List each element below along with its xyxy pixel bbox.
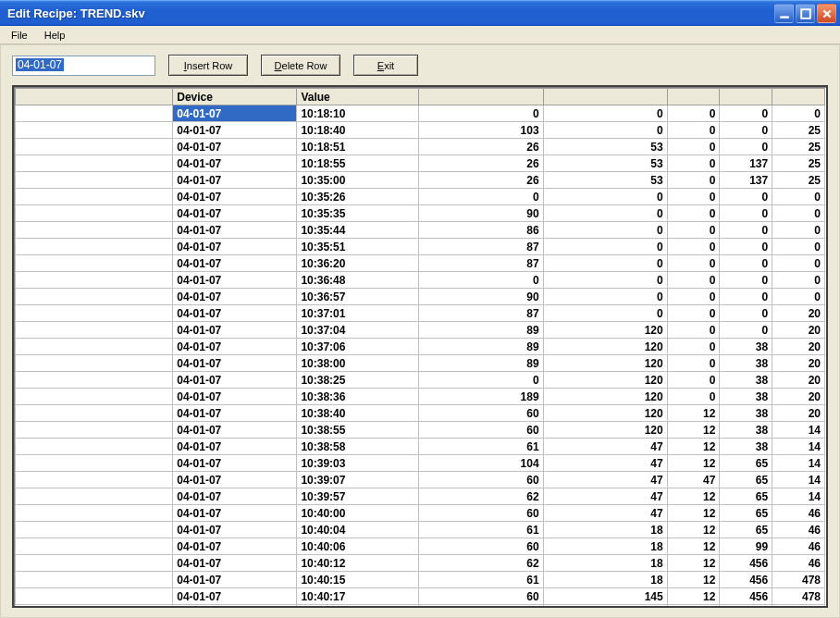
table-cell[interactable]: 0 bbox=[772, 239, 825, 255]
table-cell[interactable]: 25 bbox=[772, 122, 825, 139]
table-cell[interactable]: 04-01-07 bbox=[173, 222, 297, 239]
table-cell[interactable]: 65 bbox=[720, 455, 772, 472]
table-cell[interactable]: 456 bbox=[720, 555, 772, 572]
table-cell[interactable]: 25 bbox=[772, 172, 825, 189]
table-cell[interactable]: 12 bbox=[667, 422, 720, 439]
table-cell[interactable]: 478 bbox=[772, 588, 825, 605]
table-cell[interactable]: 60 bbox=[419, 505, 543, 522]
table-cell[interactable]: 145 bbox=[543, 605, 667, 609]
table-cell[interactable]: 04-01-07 bbox=[173, 522, 297, 538]
table-cell[interactable]: 0 bbox=[667, 322, 720, 339]
table-cell[interactable]: 10:39:57 bbox=[297, 488, 419, 505]
table-cell[interactable]: 456 bbox=[720, 588, 772, 605]
table-cell[interactable]: 10:38:58 bbox=[297, 439, 419, 455]
table-cell[interactable]: 18 bbox=[543, 522, 667, 538]
table-cell[interactable]: 90 bbox=[419, 205, 543, 222]
table-cell[interactable]: 04-01-07 bbox=[173, 105, 297, 122]
table-cell[interactable]: 0 bbox=[543, 305, 667, 322]
table-cell[interactable]: 14 bbox=[772, 422, 825, 439]
table-cell[interactable] bbox=[16, 189, 173, 205]
cell-edit-input[interactable]: 04-01-07 bbox=[12, 56, 155, 76]
table-cell[interactable]: 61 bbox=[419, 522, 543, 538]
table-cell[interactable]: 14 bbox=[772, 488, 825, 505]
table-cell[interactable] bbox=[16, 122, 173, 139]
table-cell[interactable]: 04-01-07 bbox=[173, 239, 297, 255]
table-cell[interactable]: 12 bbox=[667, 455, 720, 472]
table-cell[interactable]: 10:36:57 bbox=[297, 289, 419, 305]
col-device[interactable]: Device bbox=[173, 89, 297, 105]
table-row[interactable]: 04-01-0710:36:57900000 bbox=[16, 289, 825, 305]
table-row[interactable]: 04-01-0710:38:586147123814 bbox=[16, 439, 825, 455]
table-cell[interactable]: 0 bbox=[419, 105, 543, 122]
table-cell[interactable]: 12 bbox=[667, 439, 720, 455]
table-cell[interactable]: 0 bbox=[667, 389, 720, 405]
table-row[interactable]: 04-01-0710:39:076047476514 bbox=[16, 472, 825, 488]
table-cell[interactable]: 61 bbox=[419, 572, 543, 588]
table-cell[interactable]: 0 bbox=[543, 289, 667, 305]
table-cell[interactable]: 04-01-07 bbox=[173, 255, 297, 272]
table-row[interactable]: 04-01-0710:35:35900000 bbox=[16, 205, 825, 222]
col-7[interactable] bbox=[772, 89, 825, 105]
table-row[interactable]: 04-01-0710:40:176014512456478 bbox=[16, 588, 825, 605]
table-cell[interactable]: 26 bbox=[419, 155, 543, 172]
table-cell[interactable]: 456 bbox=[720, 605, 772, 609]
table-cell[interactable]: 20 bbox=[772, 389, 825, 405]
table-cell[interactable]: 04-01-07 bbox=[173, 172, 297, 189]
table-cell[interactable]: 12 bbox=[667, 505, 720, 522]
table-frame[interactable]: Device Value 04-01-0710:18:100000004-01-… bbox=[12, 85, 828, 608]
table-cell[interactable]: 60 bbox=[419, 588, 543, 605]
table-cell[interactable]: 14 bbox=[772, 472, 825, 488]
table-cell[interactable]: 53 bbox=[543, 155, 667, 172]
col-5[interactable] bbox=[667, 89, 720, 105]
table-cell[interactable]: 04-01-07 bbox=[173, 205, 297, 222]
table-cell[interactable]: 0 bbox=[667, 289, 720, 305]
table-cell[interactable]: 20 bbox=[772, 339, 825, 355]
table-cell[interactable]: 60 bbox=[419, 472, 543, 488]
exit-button[interactable]: Exit bbox=[353, 55, 418, 76]
table-cell[interactable]: 99 bbox=[720, 538, 772, 555]
table-cell[interactable] bbox=[16, 488, 173, 505]
table-cell[interactable]: 0 bbox=[720, 122, 772, 139]
table-cell[interactable]: 0 bbox=[720, 205, 772, 222]
table-cell[interactable]: 65 bbox=[720, 505, 772, 522]
minimize-button[interactable] bbox=[774, 4, 794, 23]
table-cell[interactable]: 120 bbox=[543, 422, 667, 439]
table-cell[interactable]: 10:18:10 bbox=[297, 105, 419, 122]
table-cell[interactable]: 87 bbox=[419, 305, 543, 322]
table-cell[interactable] bbox=[16, 389, 173, 405]
table-cell[interactable] bbox=[16, 339, 173, 355]
table-cell[interactable]: 46 bbox=[772, 555, 825, 572]
table-row[interactable]: 04-01-0710:38:4060120123820 bbox=[16, 405, 825, 422]
table-cell[interactable]: 0 bbox=[667, 122, 720, 139]
table-cell[interactable]: 62 bbox=[419, 555, 543, 572]
table-cell[interactable]: 0 bbox=[543, 255, 667, 272]
table-cell[interactable]: 53 bbox=[543, 172, 667, 189]
col-3[interactable] bbox=[419, 89, 543, 105]
table-cell[interactable]: 0 bbox=[720, 322, 772, 339]
table-cell[interactable]: 04-01-07 bbox=[173, 339, 297, 355]
table-row[interactable]: 04-01-0710:18:5126530025 bbox=[16, 139, 825, 155]
table-row[interactable]: 04-01-0710:39:576247126514 bbox=[16, 488, 825, 505]
table-cell[interactable] bbox=[16, 522, 173, 538]
table-cell[interactable] bbox=[16, 422, 173, 439]
table-row[interactable]: 04-01-0710:35:44860000 bbox=[16, 222, 825, 239]
table-cell[interactable]: 0 bbox=[667, 105, 720, 122]
table-cell[interactable]: 04-01-07 bbox=[173, 189, 297, 205]
table-cell[interactable]: 20 bbox=[772, 322, 825, 339]
table-cell[interactable]: 0 bbox=[667, 272, 720, 289]
table-cell[interactable] bbox=[16, 572, 173, 588]
table-cell[interactable]: 12 bbox=[667, 488, 720, 505]
table-cell[interactable] bbox=[16, 322, 173, 339]
table-cell[interactable]: 38 bbox=[720, 389, 772, 405]
table-cell[interactable]: 137 bbox=[720, 155, 772, 172]
table-cell[interactable]: 0 bbox=[667, 172, 720, 189]
table-cell[interactable]: 26 bbox=[419, 172, 543, 189]
table-cell[interactable] bbox=[16, 139, 173, 155]
table-cell[interactable]: 47 bbox=[667, 472, 720, 488]
table-cell[interactable]: 0 bbox=[667, 355, 720, 372]
table-cell[interactable]: 47 bbox=[543, 488, 667, 505]
table-cell[interactable] bbox=[16, 505, 173, 522]
table-cell[interactable]: 12 bbox=[667, 572, 720, 588]
table-cell[interactable]: 62 bbox=[419, 488, 543, 505]
table-cell[interactable]: 0 bbox=[667, 205, 720, 222]
